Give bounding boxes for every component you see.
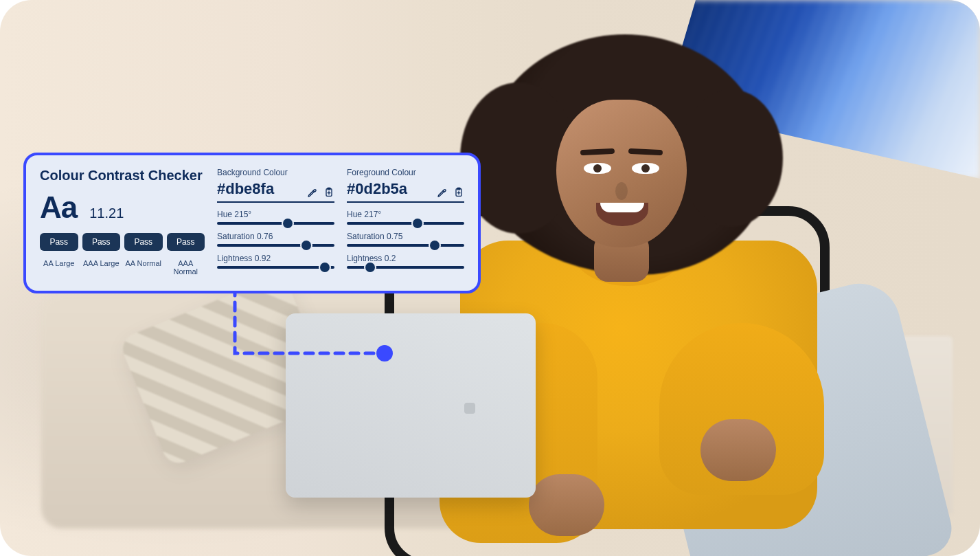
fg-lightness-slider[interactable]: Lightness 0.2	[347, 254, 464, 269]
bg-lightness-slider[interactable]: Lightness 0.92	[217, 254, 334, 269]
scene: Colour Contrast Checker Aa 11.21 Pass Pa…	[0, 0, 980, 556]
eyedropper-icon[interactable]	[437, 187, 448, 198]
eyebrow-right	[628, 148, 663, 156]
bg-saturation-thumb[interactable]	[301, 241, 311, 250]
bg-saturation-slider[interactable]: Saturation 0.76	[217, 232, 334, 247]
pass-label-aa-normal: AA Normal	[124, 259, 163, 276]
fg-hue-slider[interactable]: Hue 217°	[347, 210, 464, 225]
eye-right	[632, 163, 659, 174]
clipboard-icon[interactable]	[453, 187, 464, 198]
foreground-colour-column: Foreground Colour #0d2b5a	[347, 168, 464, 269]
fg-hue-label: Hue 217°	[347, 210, 464, 219]
bg-lightness-label: Lightness 0.92	[217, 254, 334, 263]
fg-saturation-label: Saturation 0.75	[347, 232, 464, 241]
hand-right	[700, 419, 776, 481]
fg-hue-thumb[interactable]	[413, 219, 422, 228]
pass-grid: Pass Pass Pass Pass AA Large AAA Large A…	[40, 233, 205, 276]
bg-saturation-label: Saturation 0.76	[217, 232, 334, 241]
bg-hue-slider[interactable]: Hue 215°	[217, 210, 334, 225]
panel-title: Colour Contrast Checker	[40, 168, 205, 184]
fg-saturation-thumb[interactable]	[430, 241, 440, 250]
laptop	[286, 313, 536, 498]
contrast-checker-panel: Colour Contrast Checker Aa 11.21 Pass Pa…	[23, 153, 481, 293]
pass-label-aaa-normal: AAA Normal	[167, 259, 205, 276]
clipboard-icon[interactable]	[323, 187, 334, 198]
eyedropper-icon[interactable]	[307, 187, 318, 198]
foreground-colour-label: Foreground Colour	[347, 168, 464, 177]
fg-saturation-slider[interactable]: Saturation 0.75	[347, 232, 464, 247]
face	[556, 100, 687, 247]
summary-column: Colour Contrast Checker Aa 11.21 Pass Pa…	[40, 168, 205, 276]
pass-badge-aaa-large: Pass	[82, 233, 121, 251]
pass-badge-aa-large: Pass	[40, 233, 78, 251]
eye-left	[584, 163, 611, 174]
pass-label-aaa-large: AAA Large	[82, 259, 121, 276]
background-colour-column: Background Colour #dbe8fa	[217, 168, 334, 269]
nose	[615, 182, 628, 200]
fg-lightness-thumb[interactable]	[365, 263, 375, 272]
hand-left	[529, 474, 604, 536]
bg-lightness-thumb[interactable]	[320, 263, 330, 272]
pass-badge-aaa-normal: Pass	[167, 233, 205, 251]
pass-badge-aa-normal: Pass	[124, 233, 163, 251]
contrast-ratio: 11.21	[89, 205, 124, 221]
laptop-logo-icon	[464, 403, 475, 414]
bg-hue-label: Hue 215°	[217, 210, 334, 219]
background-hex-input[interactable]: #dbe8fa	[217, 180, 274, 198]
pass-label-aa-large: AA Large	[40, 259, 78, 276]
background-colour-label: Background Colour	[217, 168, 334, 177]
bg-hue-thumb[interactable]	[283, 219, 293, 228]
mouth	[596, 203, 648, 226]
foreground-hex-input[interactable]: #0d2b5a	[347, 180, 407, 198]
sample-text: Aa	[40, 190, 77, 225]
eyebrow-left	[580, 148, 615, 156]
fg-lightness-label: Lightness 0.2	[347, 254, 464, 263]
